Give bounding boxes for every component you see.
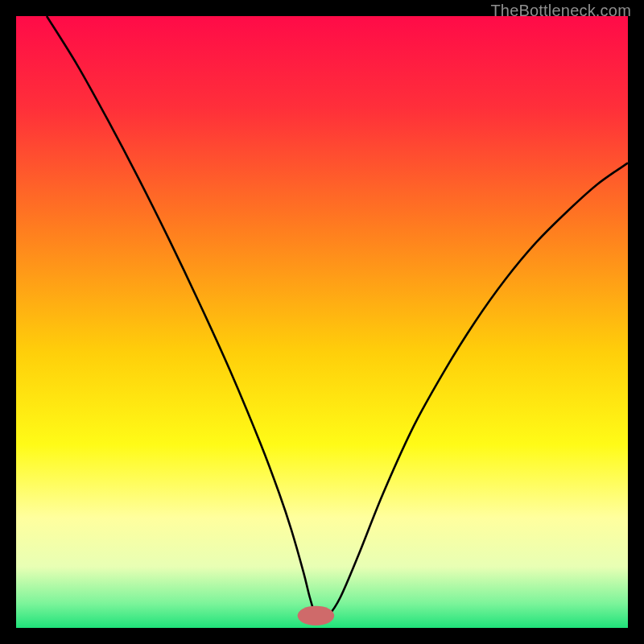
gradient-background: [16, 16, 628, 628]
optimal-marker: [298, 606, 335, 625]
bottleneck-chart: [16, 16, 628, 628]
chart-frame: TheBottleneck.com: [0, 0, 644, 644]
chart-svg: [16, 16, 628, 628]
